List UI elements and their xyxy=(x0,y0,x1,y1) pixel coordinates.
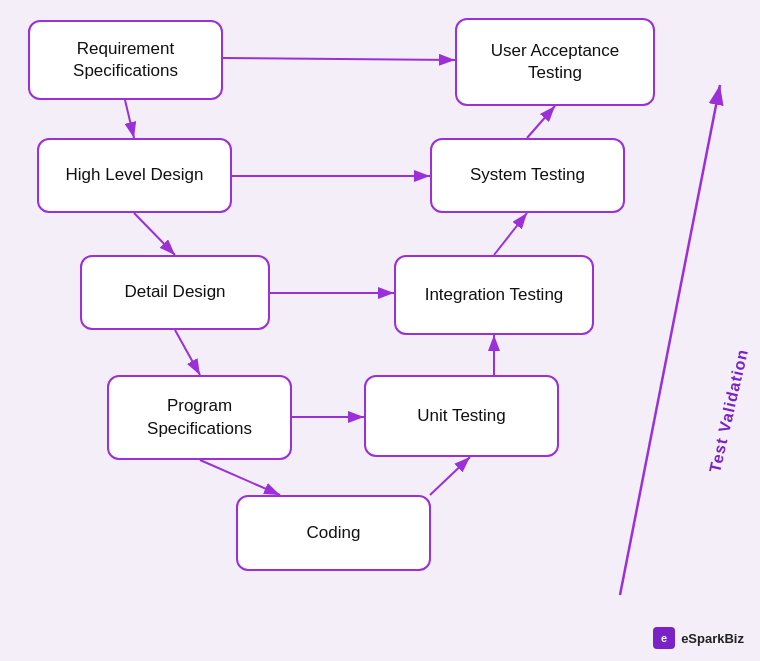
svg-line-4 xyxy=(175,330,200,375)
box-coding: Coding xyxy=(236,495,431,571)
svg-line-2 xyxy=(125,100,134,138)
box-detail-des: Detail Design xyxy=(80,255,270,330)
box-hld: High Level Design xyxy=(37,138,232,213)
svg-line-10 xyxy=(223,58,455,60)
box-unit-test: Unit Testing xyxy=(364,375,559,457)
brand-name: eSparkBiz xyxy=(681,631,744,646)
box-sys-test: System Testing xyxy=(430,138,625,213)
svg-line-3 xyxy=(134,213,175,255)
box-int-test: Integration Testing xyxy=(394,255,594,335)
svg-line-6 xyxy=(430,457,470,495)
test-validation-label: Test Validation xyxy=(706,347,752,475)
box-req-spec: Requirement Specifications xyxy=(28,20,223,100)
box-prog-spec: Program Specifications xyxy=(107,375,292,460)
svg-line-14 xyxy=(620,85,720,595)
svg-line-9 xyxy=(527,106,555,138)
svg-line-5 xyxy=(200,460,280,495)
svg-line-8 xyxy=(494,213,527,255)
brand-icon: e xyxy=(653,627,675,649)
box-uat: User Acceptance Testing xyxy=(455,18,655,106)
diagram-container: Requirement SpecificationsUser Acceptanc… xyxy=(0,0,760,661)
brand: e eSparkBiz xyxy=(653,627,744,649)
